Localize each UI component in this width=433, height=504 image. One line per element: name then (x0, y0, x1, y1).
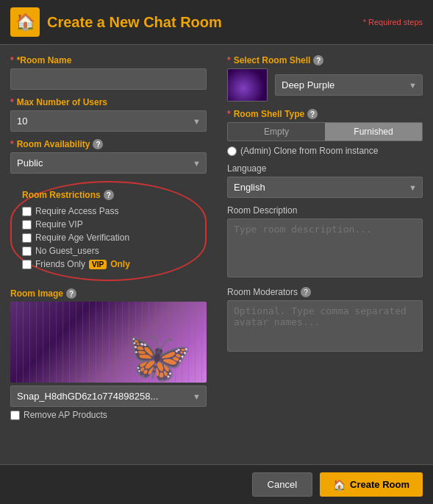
room-availability-select[interactable]: Public Private (10, 152, 207, 174)
create-chat-room-modal: 🏠 Create a New Chat Room * Required step… (0, 0, 433, 504)
max-users-select[interactable]: 10 20 50 (10, 110, 207, 132)
left-panel: * *Room Name Varsha's Room * Max Number … (0, 45, 217, 464)
shell-preview: Deep Purple ▼ (227, 68, 423, 102)
max-users-select-wrapper: 10 20 50 ▼ (10, 110, 207, 132)
language-select-wrapper: English ▼ (227, 177, 423, 198)
clone-radio[interactable] (227, 146, 237, 156)
image-filename-wrapper: Snap_H8dhGD6z1o774898258... ▼ (10, 386, 207, 407)
restriction-friends-only: Friends Only VIP Only (22, 259, 195, 269)
restriction-no-guest: No Guest_users (22, 246, 195, 256)
restriction-age: Require Age Verification (22, 233, 195, 243)
availability-select-wrapper: Public Private ▼ (10, 152, 207, 174)
page-title: Create a New Chat Room (47, 14, 222, 31)
room-image-section: Room Image ? 🦋 Snap_H8dhGD6z1o774898258.… (10, 288, 207, 420)
room-image-label: Room Image ? (10, 288, 207, 299)
restrictions-title: Room Restrictions ? (22, 190, 195, 200)
image-select[interactable]: Snap_H8dhGD6z1o774898258... (10, 386, 207, 407)
remove-ap-label: Remove AP Products (24, 410, 107, 420)
shell-thumbnail (227, 68, 268, 102)
room-name-label: * *Room Name (10, 55, 207, 65)
modal-footer: Cancel 🏠 Create Room (0, 464, 433, 504)
availability-help-icon[interactable]: ? (93, 139, 103, 149)
vip-badge: VIP (89, 260, 107, 269)
shell-type-label: * Room Shell Type ? (227, 109, 423, 119)
modal-header: 🏠 Create a New Chat Room * Required step… (0, 0, 433, 45)
max-users-label: * Max Number of Users (10, 97, 207, 107)
butterfly-icon: 🦋 (128, 331, 192, 383)
room-moderators-field: Room Moderators ? (227, 287, 423, 354)
shell-type-help-icon[interactable]: ? (307, 109, 318, 119)
shell-help-icon[interactable]: ? (313, 55, 323, 65)
create-room-label: Create Room (350, 479, 409, 490)
clone-label: (Admin) Clone from Room instance (240, 146, 378, 156)
friends-only-checkbox[interactable] (22, 260, 32, 269)
modal-body: * *Room Name Varsha's Room * Max Number … (0, 45, 433, 464)
cancel-button[interactable]: Cancel (252, 472, 312, 497)
create-house-icon: 🏠 (333, 479, 346, 491)
room-image-preview: 🦋 (10, 302, 207, 383)
remove-ap-row: Remove AP Products (10, 410, 207, 420)
restriction-vip: Require VIP (22, 219, 195, 230)
access-pass-checkbox[interactable] (22, 207, 32, 216)
age-checkbox[interactable] (22, 233, 32, 243)
restriction-access-pass: Require Access Pass (22, 206, 195, 216)
furnished-button[interactable]: Furnished (325, 123, 422, 141)
house-icon: 🏠 (10, 7, 40, 37)
restrictions-help-icon[interactable]: ? (104, 190, 114, 200)
right-panel: * Select Room Shell ? Deep Purple ▼ (217, 45, 433, 464)
max-users-field: * Max Number of Users 10 20 50 ▼ (10, 97, 207, 132)
room-availability-label: * Room Availability ? (10, 139, 207, 149)
room-moderators-label: Room Moderators ? (227, 287, 423, 297)
shell-type-buttons: Empty Furnished (227, 122, 423, 141)
shell-select-wrapper: Deep Purple ▼ (275, 74, 423, 96)
select-shell-label: * Select Room Shell ? (227, 55, 423, 65)
language-label: Language (227, 163, 423, 174)
room-description-input[interactable] (227, 219, 423, 277)
remove-ap-checkbox[interactable] (10, 411, 20, 420)
language-field: Language English ▼ (227, 163, 423, 198)
room-moderators-input[interactable] (227, 300, 423, 352)
room-restrictions-box: Room Restrictions ? Require Access Pass … (10, 181, 207, 281)
shell-type-field: * Room Shell Type ? Empty Furnished (Adm… (227, 109, 423, 156)
room-availability-field: * Room Availability ? Public Private ▼ (10, 139, 207, 174)
empty-button[interactable]: Empty (228, 123, 325, 141)
room-name-field: * *Room Name Varsha's Room (10, 55, 207, 90)
required-note: * Required steps (363, 18, 423, 26)
moderators-help-icon[interactable]: ? (301, 287, 311, 297)
select-shell-field: * Select Room Shell ? Deep Purple ▼ (227, 55, 423, 102)
room-description-label: Room Description (227, 205, 423, 216)
room-description-field: Room Description (227, 205, 423, 280)
clone-row: (Admin) Clone from Room instance (227, 146, 423, 156)
only-text: Only (110, 259, 130, 269)
no-guest-checkbox[interactable] (22, 246, 32, 256)
room-name-input[interactable]: Varsha's Room (10, 68, 207, 90)
language-select[interactable]: English (227, 177, 423, 198)
vip-checkbox[interactable] (22, 220, 32, 230)
image-help-icon[interactable]: ? (66, 288, 76, 299)
create-room-button[interactable]: 🏠 Create Room (320, 472, 423, 497)
shell-select[interactable]: Deep Purple (275, 74, 423, 96)
image-select-row: Snap_H8dhGD6z1o774898258... ▼ (10, 386, 207, 407)
